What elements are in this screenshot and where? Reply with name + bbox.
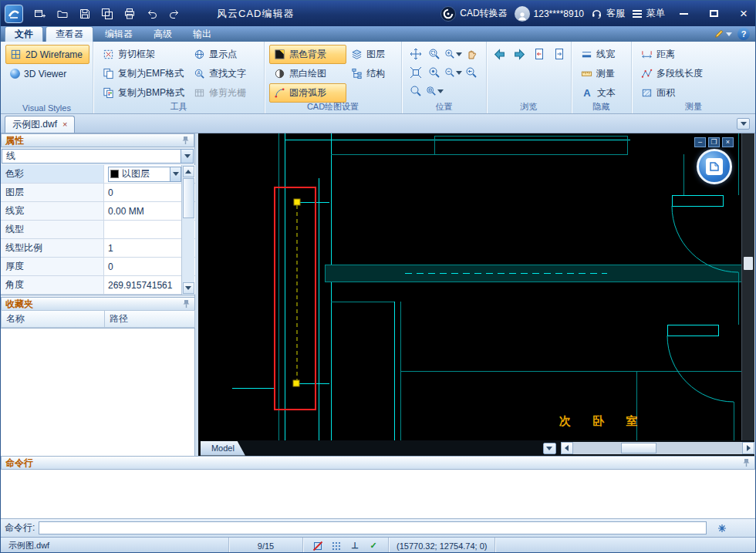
account-button[interactable]: 123****8910 xyxy=(515,6,584,22)
bw-drawing-button[interactable]: 黑白绘图 xyxy=(269,64,346,83)
favorites-list[interactable] xyxy=(1,328,194,456)
doc-minimize-icon[interactable]: – xyxy=(694,137,706,147)
tab-advanced[interactable]: 高级 xyxy=(144,26,181,42)
measure-polyline-button[interactable]: 多段线长度 xyxy=(636,64,752,83)
group-label: 隐藏 xyxy=(572,101,631,113)
customize-style-button[interactable] xyxy=(714,29,732,39)
scrollbar-thumb[interactable] xyxy=(621,443,656,454)
layers-button[interactable]: 图层 xyxy=(346,45,396,64)
toggle-text-button[interactable]: A 文本 xyxy=(576,83,628,103)
undo-icon[interactable] xyxy=(145,7,159,21)
cad-converter-button[interactable]: CAD转换器 xyxy=(440,6,507,22)
close-button[interactable]: × xyxy=(732,4,755,24)
copy-bmp-button[interactable]: 复制为BMP格式 xyxy=(98,83,189,103)
command-options-icon[interactable] xyxy=(717,523,727,534)
chevron-down-icon[interactable] xyxy=(181,150,193,163)
save-all-icon[interactable] xyxy=(100,7,114,21)
chevron-down-icon[interactable] xyxy=(170,167,181,181)
maximize-button[interactable] xyxy=(702,4,725,24)
column-header-path[interactable]: 路径 xyxy=(105,310,195,328)
previous-page-icon[interactable] xyxy=(532,46,547,62)
trim-raster-button[interactable]: 修剪光栅 xyxy=(189,83,260,103)
grid-toggle-icon[interactable] xyxy=(329,539,343,553)
smooth-arc-button[interactable]: 圆滑弧形 xyxy=(269,83,346,103)
doc-restore-icon[interactable]: ❐ xyxy=(708,137,720,147)
copy-emf-button[interactable]: 复制为EMF格式 xyxy=(98,64,189,83)
open-folder-icon[interactable] xyxy=(56,7,69,21)
entity-type-select[interactable]: 线 xyxy=(2,149,194,164)
tab-close-icon[interactable]: × xyxy=(62,120,67,129)
measure-area-button[interactable]: 面积 xyxy=(636,83,752,103)
wireframe-2d-button[interactable]: 2D Wireframe xyxy=(5,45,89,64)
help-button[interactable]: ? xyxy=(737,28,750,40)
scrollbar-thumb[interactable] xyxy=(183,178,194,218)
status-bar: 示例图.dwf 9/15 ⊥ ✓ (15770.32; 12754.74; 0) xyxy=(1,537,755,553)
forward-arrow-icon[interactable] xyxy=(511,46,527,62)
osnap-toggle-icon[interactable]: ✓ xyxy=(366,539,380,553)
pin-icon[interactable] xyxy=(181,136,190,145)
group-label: CAD绘图设置 xyxy=(265,101,401,113)
show-points-button[interactable]: 显示点 xyxy=(189,45,260,64)
black-background-button[interactable]: 黑色背景 xyxy=(269,45,346,64)
drawing-viewport[interactable]: – ❐ × 次 卧 室 xyxy=(198,133,741,440)
menu-button[interactable]: 菜单 xyxy=(632,7,665,20)
column-header-name[interactable]: 名称 xyxy=(1,310,105,328)
zoom-center-icon[interactable] xyxy=(407,82,425,100)
maximize-icon xyxy=(710,10,718,17)
snap-toggle-icon[interactable] xyxy=(311,539,325,553)
toggle-linewidth-button[interactable]: 线宽 xyxy=(576,45,628,64)
new-window-icon[interactable] xyxy=(33,7,47,21)
model-tab[interactable]: Model xyxy=(201,441,245,456)
save-icon[interactable] xyxy=(78,7,92,21)
redo-icon[interactable] xyxy=(167,7,181,21)
tabbar-expand-button[interactable] xyxy=(737,118,750,130)
cad-drawing[interactable] xyxy=(198,133,741,440)
layout-expand-button[interactable] xyxy=(543,443,556,454)
next-page-icon[interactable] xyxy=(552,46,567,62)
grip-top[interactable] xyxy=(294,199,300,205)
color-select[interactable]: 以图层 xyxy=(108,167,181,182)
clip-frame-button[interactable]: 剪切框架 xyxy=(98,45,189,64)
vertical-scrollbar[interactable] xyxy=(741,133,754,440)
pin-icon[interactable] xyxy=(742,458,751,467)
toggle-measure-button[interactable]: 测量 xyxy=(576,64,628,83)
measure-distance-button[interactable]: 距离 xyxy=(636,45,752,64)
pan-move-icon[interactable] xyxy=(407,45,425,63)
scrollbar-thumb[interactable] xyxy=(744,257,753,270)
grip-bottom[interactable] xyxy=(293,380,299,386)
structure-button[interactable]: 结构 xyxy=(346,64,396,83)
scroll-down-icon[interactable] xyxy=(183,282,194,294)
zoom-previous-icon[interactable] xyxy=(462,63,481,82)
zoom-scale-icon[interactable] xyxy=(425,63,444,82)
scroll-right-icon[interactable] xyxy=(742,442,754,454)
minimize-button[interactable] xyxy=(672,4,695,24)
back-arrow-icon[interactable] xyxy=(491,46,507,62)
customer-service-button[interactable]: 客服 xyxy=(591,7,625,20)
command-history[interactable] xyxy=(1,470,755,519)
zoom-window-icon[interactable] xyxy=(425,45,444,63)
property-grid-scrollbar[interactable] xyxy=(181,165,194,295)
zoom-extents-icon[interactable] xyxy=(407,63,425,82)
print-icon[interactable] xyxy=(123,7,137,21)
distance-icon xyxy=(641,49,653,60)
pin-icon[interactable] xyxy=(182,299,191,309)
zoom-out-icon[interactable] xyxy=(444,63,462,82)
zoom-in-icon[interactable] xyxy=(444,45,462,63)
find-text-button[interactable]: A 查找文字 xyxy=(189,64,260,83)
pan-hand-icon[interactable] xyxy=(462,45,481,63)
viewer-3d-button[interactable]: 3D Viewer xyxy=(5,64,89,83)
tab-output[interactable]: 输出 xyxy=(184,26,221,42)
doc-close-icon[interactable]: × xyxy=(722,137,734,147)
tab-editor[interactable]: 编辑器 xyxy=(96,26,142,42)
horizontal-scrollbar[interactable] xyxy=(561,442,754,454)
ortho-toggle-icon[interactable]: ⊥ xyxy=(348,539,362,553)
command-input[interactable] xyxy=(39,521,707,534)
headset-icon xyxy=(591,8,602,19)
scroll-left-icon[interactable] xyxy=(561,442,573,454)
tab-file[interactable]: 文件 xyxy=(5,26,43,42)
document-tab[interactable]: 示例图.dwf × xyxy=(5,116,75,133)
zoom-all-icon[interactable] xyxy=(425,82,444,100)
door-arc xyxy=(667,336,734,402)
scroll-up-icon[interactable] xyxy=(183,166,194,177)
tab-viewer[interactable]: 查看器 xyxy=(46,26,93,42)
